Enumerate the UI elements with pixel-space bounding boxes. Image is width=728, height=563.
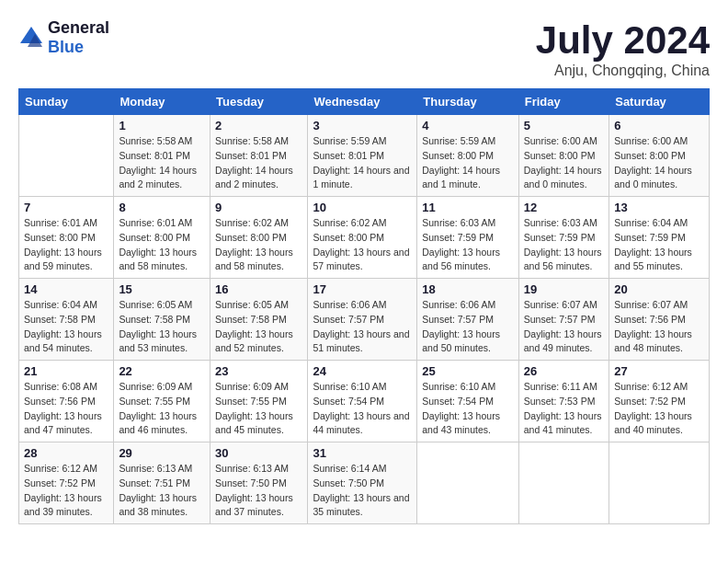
col-monday: Monday	[114, 89, 210, 115]
day-info: Sunrise: 6:03 AMSunset: 7:59 PMDaylight:…	[422, 216, 514, 274]
day-info: Sunrise: 6:03 AMSunset: 7:59 PMDaylight:…	[524, 216, 604, 274]
col-tuesday: Tuesday	[210, 89, 308, 115]
cell-w3-d3: 17Sunrise: 6:06 AMSunset: 7:57 PMDayligh…	[308, 279, 417, 361]
calendar-table: Sunday Monday Tuesday Wednesday Thursday…	[18, 88, 710, 524]
day-info: Sunrise: 6:09 AMSunset: 7:55 PMDaylight:…	[215, 380, 302, 438]
day-info: Sunrise: 6:10 AMSunset: 7:54 PMDaylight:…	[422, 380, 514, 438]
day-info: Sunrise: 6:14 AMSunset: 7:50 PMDaylight:…	[313, 462, 412, 520]
day-number: 16	[215, 282, 302, 296]
cell-w1-d3: 3Sunrise: 5:59 AMSunset: 8:01 PMDaylight…	[308, 115, 417, 197]
day-number: 6	[614, 119, 704, 132]
day-number: 13	[614, 201, 704, 214]
day-number: 5	[524, 119, 604, 132]
cell-w2-d2: 9Sunrise: 6:02 AMSunset: 8:00 PMDaylight…	[210, 197, 308, 279]
day-info: Sunrise: 6:00 AMSunset: 8:00 PMDaylight:…	[614, 134, 704, 192]
cell-w1-d1: 1Sunrise: 5:58 AMSunset: 8:01 PMDaylight…	[114, 115, 210, 197]
day-info: Sunrise: 6:02 AMSunset: 8:00 PMDaylight:…	[215, 216, 302, 274]
cell-w1-d0	[19, 115, 114, 197]
day-number: 12	[524, 201, 604, 214]
day-number: 24	[313, 364, 412, 378]
day-number: 21	[24, 364, 108, 378]
logo-icon	[18, 25, 44, 51]
page-header: General Blue July 2024 Anju, Chongqing, …	[18, 18, 710, 79]
day-number: 29	[119, 446, 205, 460]
cell-w1-d2: 2Sunrise: 5:58 AMSunset: 8:01 PMDaylight…	[210, 115, 308, 197]
day-info: Sunrise: 5:58 AMSunset: 8:01 PMDaylight:…	[119, 134, 205, 192]
day-number: 23	[215, 364, 302, 378]
cell-w5-d1: 29Sunrise: 6:13 AMSunset: 7:51 PMDayligh…	[114, 442, 210, 524]
day-number: 18	[422, 282, 514, 296]
day-number: 19	[524, 282, 604, 296]
day-number: 3	[313, 119, 412, 132]
day-info: Sunrise: 6:00 AMSunset: 8:00 PMDaylight:…	[524, 134, 604, 192]
day-number: 30	[215, 446, 302, 460]
day-number: 22	[119, 364, 205, 378]
day-info: Sunrise: 5:59 AMSunset: 8:00 PMDaylight:…	[422, 134, 514, 192]
logo: General Blue	[18, 18, 109, 57]
day-number: 2	[215, 119, 302, 132]
day-info: Sunrise: 6:12 AMSunset: 7:52 PMDaylight:…	[24, 462, 108, 520]
day-info: Sunrise: 6:01 AMSunset: 8:00 PMDaylight:…	[24, 216, 108, 274]
day-info: Sunrise: 6:09 AMSunset: 7:55 PMDaylight:…	[119, 380, 205, 438]
day-info: Sunrise: 6:07 AMSunset: 7:56 PMDaylight:…	[614, 298, 704, 356]
day-info: Sunrise: 6:13 AMSunset: 7:51 PMDaylight:…	[119, 462, 205, 520]
day-number: 8	[119, 201, 205, 214]
sub-title: Anju, Chongqing, China	[536, 63, 710, 79]
cell-w5-d3: 31Sunrise: 6:14 AMSunset: 7:50 PMDayligh…	[308, 442, 417, 524]
col-saturday: Saturday	[609, 89, 710, 115]
day-number: 20	[614, 282, 704, 296]
cell-w5-d5	[518, 442, 609, 524]
title-block: July 2024 Anju, Chongqing, China	[536, 18, 710, 79]
cell-w3-d0: 14Sunrise: 6:04 AMSunset: 7:58 PMDayligh…	[19, 279, 114, 361]
cell-w5-d4	[417, 442, 519, 524]
cell-w1-d6: 6Sunrise: 6:00 AMSunset: 8:00 PMDaylight…	[609, 115, 710, 197]
main-title: July 2024	[536, 18, 710, 63]
day-info: Sunrise: 6:07 AMSunset: 7:57 PMDaylight:…	[524, 298, 604, 356]
cell-w4-d4: 25Sunrise: 6:10 AMSunset: 7:54 PMDayligh…	[417, 361, 519, 442]
day-number: 7	[24, 201, 108, 214]
cell-w5-d2: 30Sunrise: 6:13 AMSunset: 7:50 PMDayligh…	[210, 442, 308, 524]
cell-w3-d5: 19Sunrise: 6:07 AMSunset: 7:57 PMDayligh…	[518, 279, 609, 361]
day-number: 27	[614, 364, 704, 378]
day-number: 31	[313, 446, 412, 460]
day-info: Sunrise: 6:06 AMSunset: 7:57 PMDaylight:…	[313, 298, 412, 356]
cell-w4-d6: 27Sunrise: 6:12 AMSunset: 7:52 PMDayligh…	[609, 361, 710, 442]
week-row-2: 7Sunrise: 6:01 AMSunset: 8:00 PMDaylight…	[19, 197, 710, 279]
day-info: Sunrise: 6:04 AMSunset: 7:59 PMDaylight:…	[614, 216, 704, 274]
cell-w4-d2: 23Sunrise: 6:09 AMSunset: 7:55 PMDayligh…	[210, 361, 308, 442]
cell-w4-d5: 26Sunrise: 6:11 AMSunset: 7:53 PMDayligh…	[518, 361, 609, 442]
day-number: 25	[422, 364, 514, 378]
cell-w1-d4: 4Sunrise: 5:59 AMSunset: 8:00 PMDaylight…	[417, 115, 519, 197]
cell-w2-d4: 11Sunrise: 6:03 AMSunset: 7:59 PMDayligh…	[417, 197, 519, 279]
cell-w3-d2: 16Sunrise: 6:05 AMSunset: 7:58 PMDayligh…	[210, 279, 308, 361]
cell-w2-d0: 7Sunrise: 6:01 AMSunset: 8:00 PMDaylight…	[19, 197, 114, 279]
day-info: Sunrise: 6:12 AMSunset: 7:52 PMDaylight:…	[614, 380, 704, 438]
col-sunday: Sunday	[19, 89, 114, 115]
header-row: Sunday Monday Tuesday Wednesday Thursday…	[19, 89, 710, 115]
day-info: Sunrise: 6:11 AMSunset: 7:53 PMDaylight:…	[524, 380, 604, 438]
day-info: Sunrise: 5:58 AMSunset: 8:01 PMDaylight:…	[215, 134, 302, 192]
cell-w3-d4: 18Sunrise: 6:06 AMSunset: 7:57 PMDayligh…	[417, 279, 519, 361]
cell-w3-d1: 15Sunrise: 6:05 AMSunset: 7:58 PMDayligh…	[114, 279, 210, 361]
cell-w2-d3: 10Sunrise: 6:02 AMSunset: 8:00 PMDayligh…	[308, 197, 417, 279]
logo-general: General	[48, 18, 109, 37]
day-number: 10	[313, 201, 412, 214]
day-number: 14	[24, 282, 108, 296]
day-number: 15	[119, 282, 205, 296]
day-number: 26	[524, 364, 604, 378]
day-info: Sunrise: 6:01 AMSunset: 8:00 PMDaylight:…	[119, 216, 205, 274]
cell-w3-d6: 20Sunrise: 6:07 AMSunset: 7:56 PMDayligh…	[609, 279, 710, 361]
day-number: 9	[215, 201, 302, 214]
col-thursday: Thursday	[417, 89, 519, 115]
week-row-5: 28Sunrise: 6:12 AMSunset: 7:52 PMDayligh…	[19, 442, 710, 524]
day-info: Sunrise: 6:04 AMSunset: 7:58 PMDaylight:…	[24, 298, 108, 356]
cell-w4-d1: 22Sunrise: 6:09 AMSunset: 7:55 PMDayligh…	[114, 361, 210, 442]
cell-w2-d1: 8Sunrise: 6:01 AMSunset: 8:00 PMDaylight…	[114, 197, 210, 279]
cell-w4-d0: 21Sunrise: 6:08 AMSunset: 7:56 PMDayligh…	[19, 361, 114, 442]
week-row-1: 1Sunrise: 5:58 AMSunset: 8:01 PMDaylight…	[19, 115, 710, 197]
day-info: Sunrise: 6:02 AMSunset: 8:00 PMDaylight:…	[313, 216, 412, 274]
day-info: Sunrise: 6:10 AMSunset: 7:54 PMDaylight:…	[313, 380, 412, 438]
day-info: Sunrise: 6:08 AMSunset: 7:56 PMDaylight:…	[24, 380, 108, 438]
cell-w5-d0: 28Sunrise: 6:12 AMSunset: 7:52 PMDayligh…	[19, 442, 114, 524]
cell-w4-d3: 24Sunrise: 6:10 AMSunset: 7:54 PMDayligh…	[308, 361, 417, 442]
